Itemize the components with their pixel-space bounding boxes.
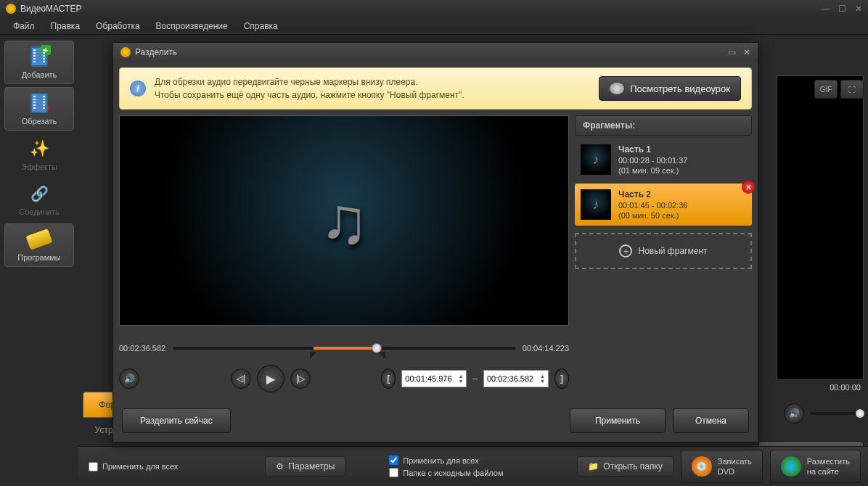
sidebar-effects-button[interactable]: ✨ Эффекты xyxy=(4,133,74,176)
fragment-range: 00:01:45 - 00:02:36 xyxy=(618,201,687,210)
fragment-duration: (00 мин. 50 сек.) xyxy=(618,211,687,220)
fragment-title: Часть 1 xyxy=(618,144,687,155)
effects-icon: ✨ xyxy=(26,138,52,160)
timeline-marker-end[interactable] xyxy=(378,352,385,359)
new-fragment-button[interactable]: + Новый фрагмент xyxy=(575,233,752,269)
preview-panel xyxy=(777,75,864,380)
fragment-item[interactable]: ♪ Часть 1 00:00:28 - 00:01:37 (01 мин. 0… xyxy=(575,139,752,181)
timeline-marker-start[interactable] xyxy=(310,352,317,359)
range-from-input[interactable]: 00:01:45.976 ▲▼ xyxy=(401,370,467,387)
webcam-icon xyxy=(610,83,624,94)
close-button[interactable]: ✕ xyxy=(855,4,862,14)
tutorial-button[interactable]: Посмотреть видеоурок xyxy=(599,76,741,101)
minimize-button[interactable]: — xyxy=(821,4,830,14)
source-folder-checkbox[interactable] xyxy=(389,468,398,477)
sidebar-add-button[interactable]: + Добавить xyxy=(4,41,74,84)
preview-time: 00:00:00 xyxy=(830,383,861,392)
apply-all-left-label: Применить для всех xyxy=(102,462,178,471)
sidebar-join-label: Соединить xyxy=(19,207,60,216)
cancel-button[interactable]: Отмена xyxy=(673,408,749,433)
sidebar-cut-label: Обрезать xyxy=(22,117,57,125)
sidebar-programs-label: Программы xyxy=(17,253,60,262)
bottom-bar: Применить для всех ⚙ Параметры Применить… xyxy=(78,446,868,486)
banner-line-2: Чтобы сохранить ещё одну часть аудио, на… xyxy=(155,88,590,102)
timeline-playhead[interactable] xyxy=(372,343,382,353)
split-now-button[interactable]: Разделить сейчас xyxy=(122,408,231,433)
range-to-input[interactable]: 00:02:36.582 ▲▼ xyxy=(483,370,549,387)
gear-icon: ⚙ xyxy=(276,461,284,471)
info-icon: i xyxy=(130,81,146,96)
app-icon xyxy=(6,4,16,14)
app-title: ВидеоМАСТЕР xyxy=(20,4,821,14)
plus-icon: + xyxy=(619,244,632,258)
fragments-header: Фрагменты: xyxy=(575,115,752,136)
volume-button[interactable]: 🔊 xyxy=(784,403,804,424)
menu-help[interactable]: Справка xyxy=(237,19,285,33)
music-note-icon: ♫ xyxy=(319,184,369,258)
sidebar-cut-button[interactable]: ✂ Обрезать xyxy=(4,87,74,131)
timeline-slider[interactable] xyxy=(173,343,515,353)
fragment-thumb: ♪ xyxy=(581,144,611,175)
fragment-delete-button[interactable]: ✕ xyxy=(742,181,755,194)
timeline-start-time: 00:02:36.582 xyxy=(119,344,165,353)
globe-icon: 🌐 xyxy=(781,456,801,477)
dialog-close-button[interactable]: ✕ xyxy=(743,47,750,57)
spinner-icon[interactable]: ▲▼ xyxy=(540,374,545,384)
apply-button[interactable]: Применить xyxy=(570,408,666,433)
burn-dvd-button[interactable]: 💿 ЗаписатьDVD xyxy=(681,450,763,484)
maximize-button[interactable]: ☐ xyxy=(838,4,846,14)
prev-frame-button[interactable]: ◁| xyxy=(231,368,251,389)
apply-all-right-checkbox[interactable] xyxy=(389,456,398,465)
next-frame-button[interactable]: |▷ xyxy=(290,368,311,389)
spinner-icon[interactable]: ▲▼ xyxy=(458,374,463,384)
titlebar: ВидеоМАСТЕР — ☐ ✕ xyxy=(0,0,868,17)
dvd-icon: 💿 xyxy=(692,456,712,477)
fragment-title: Часть 2 xyxy=(618,189,687,199)
gif-button[interactable]: GIF xyxy=(814,80,838,99)
sidebar-add-label: Добавить xyxy=(22,70,57,79)
source-folder-label: Папка с исходным файлом xyxy=(403,469,503,477)
film-add-icon: + xyxy=(30,46,48,67)
play-button[interactable]: ▶ xyxy=(257,365,284,392)
player-viewport: ♫ xyxy=(119,115,569,326)
menubar: Файл Правка Обработка Воспроизведение Сп… xyxy=(0,17,868,35)
fullscreen-button[interactable]: ⛶ xyxy=(840,80,864,99)
film-cut-icon: ✂ xyxy=(30,93,48,113)
bracket-end-button[interactable]: ] xyxy=(554,368,569,389)
sidebar-join-button[interactable]: 🔗 Соединить xyxy=(4,178,74,221)
fragment-item[interactable]: ♪ Часть 2 00:01:45 - 00:02:36 (00 мин. 5… xyxy=(575,184,752,226)
volume-slider[interactable] xyxy=(810,412,861,415)
folder-icon: 📁 xyxy=(588,461,599,471)
params-button[interactable]: ⚙ Параметры xyxy=(265,456,345,477)
sidebar-effects-label: Эффекты xyxy=(21,162,57,171)
timeline-end-time: 00:04:14.223 xyxy=(523,344,569,353)
menu-process[interactable]: Обработка xyxy=(89,19,147,33)
bracket-start-button[interactable]: [ xyxy=(381,368,396,389)
range-dash: – xyxy=(472,374,478,384)
dialog-minimize-button[interactable]: ▭ xyxy=(728,47,736,57)
sidebar-programs-button[interactable]: Программы xyxy=(4,223,74,267)
dialog-icon xyxy=(120,47,131,57)
fragment-duration: (01 мин. 09 сек.) xyxy=(618,166,687,175)
split-dialog: Разделить ▭ ✕ i Для обрезки аудио передв… xyxy=(112,42,758,442)
key-icon xyxy=(26,228,53,250)
publish-button[interactable]: 🌐 Разместитьна сайте xyxy=(770,450,861,484)
fragment-range: 00:00:28 - 00:01:37 xyxy=(618,156,687,165)
menu-playback[interactable]: Воспроизведение xyxy=(149,19,235,33)
join-icon: 🔗 xyxy=(26,183,52,205)
menu-edit[interactable]: Правка xyxy=(44,19,88,33)
dialog-title: Разделить xyxy=(135,47,724,57)
apply-all-left-checkbox[interactable] xyxy=(89,462,98,471)
open-folder-button[interactable]: 📁 Открыть папку xyxy=(577,456,673,477)
apply-all-right-label: Применить для всех xyxy=(403,456,478,465)
fragment-thumb: ♪ xyxy=(581,189,611,220)
left-sidebar: + Добавить ✂ Обрезать ✨ Эффекты 🔗 Соедин… xyxy=(0,35,78,486)
banner-line-1: Для обрезки аудио передвигайте черные ма… xyxy=(155,75,590,88)
info-banner: i Для обрезки аудио передвигайте черные … xyxy=(119,67,752,110)
dialog-titlebar: Разделить ▭ ✕ xyxy=(113,43,758,62)
volume-button[interactable]: 🔊 xyxy=(119,368,139,389)
menu-file[interactable]: Файл xyxy=(6,19,42,33)
